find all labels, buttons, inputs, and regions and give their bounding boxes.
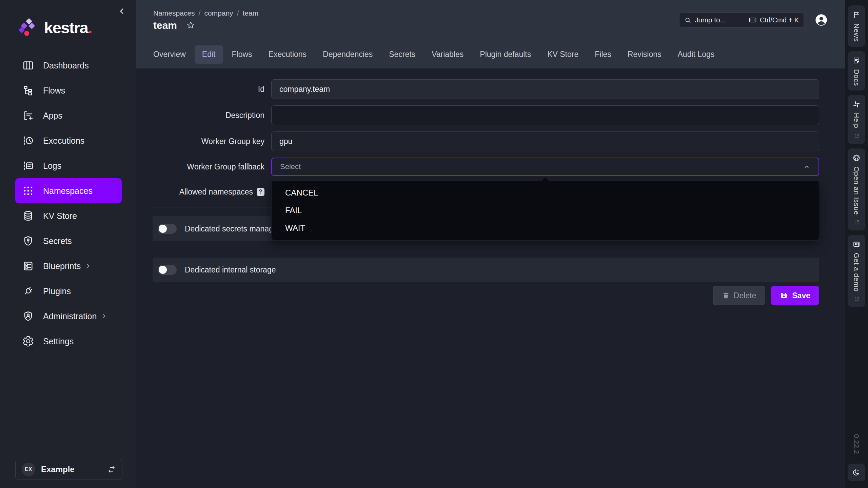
main-area: Namespaces / company / team team Jump to… xyxy=(136,0,845,488)
sidebar-item-apps[interactable]: Apps xyxy=(15,103,122,128)
tab-secrets[interactable]: Secrets xyxy=(381,45,423,64)
tab-revisions[interactable]: Revisions xyxy=(620,45,669,64)
tab-variables[interactable]: Variables xyxy=(424,45,471,64)
open-an-issue-label: Open an Issue xyxy=(852,166,861,215)
sidebar-item-administration[interactable]: Administration xyxy=(15,304,122,329)
help-button[interactable]: Help xyxy=(848,95,865,144)
sidebar-item-label: Executions xyxy=(43,136,84,146)
sidebar-nav: Dashboards Flows Apps Executions Logs Na… xyxy=(15,53,122,354)
tab-kv-store[interactable]: KV Store xyxy=(540,45,586,64)
sidebar-item-label: Blueprints xyxy=(43,261,81,271)
id-label: Id xyxy=(258,85,264,94)
sidebar-item-secrets[interactable]: Secrets xyxy=(15,228,122,253)
left-sidebar: kestra. Dashboards Flows Apps Executions xyxy=(0,0,136,488)
dedicated-secrets-label: Dedicated secrets manag xyxy=(185,224,273,233)
sidebar-item-flows[interactable]: Flows xyxy=(15,78,122,103)
delete-button[interactable]: Delete xyxy=(713,286,765,305)
flag-icon xyxy=(852,11,861,19)
breadcrumb-separator: / xyxy=(237,9,239,17)
external-link-icon xyxy=(853,219,860,226)
github-icon xyxy=(852,154,861,162)
app-window: kestra. Dashboards Flows Apps Executions xyxy=(0,0,868,488)
right-rail: News Docs Help Open an Issue Get a demo … xyxy=(845,0,868,488)
dedicated-internal-storage-toggle[interactable] xyxy=(158,265,177,275)
sidebar-item-logs[interactable]: Logs xyxy=(15,153,122,178)
plugins-icon xyxy=(22,285,34,297)
dedicated-secrets-toggle[interactable] xyxy=(158,224,177,234)
dedicated-internal-storage-row: Dedicated internal storage xyxy=(153,258,819,282)
open-an-issue-button[interactable]: Open an Issue xyxy=(848,148,865,230)
help-icon[interactable]: ? xyxy=(257,188,264,196)
executions-icon xyxy=(22,135,34,146)
sidebar-item-label: Secrets xyxy=(43,236,72,246)
sidebar-item-label: Plugins xyxy=(43,286,71,296)
sidebar-item-plugins[interactable]: Plugins xyxy=(15,279,122,304)
breadcrumb: Namespaces / company / team xyxy=(153,9,258,17)
app-version: 0.22.2 xyxy=(852,434,861,454)
tab-edit[interactable]: Edit xyxy=(195,45,223,64)
get-a-demo-label: Get a demo xyxy=(852,253,861,292)
edit-form: Id Description Worker Group key Worker G… xyxy=(136,68,845,488)
section-divider xyxy=(153,249,819,249)
theme-toggle-button[interactable] xyxy=(848,464,865,481)
save-button[interactable]: Save xyxy=(771,286,819,305)
tab-overview[interactable]: Overview xyxy=(146,45,193,64)
form-actions: Delete Save xyxy=(153,286,819,305)
favorite-star-icon[interactable] xyxy=(186,21,195,30)
brand-name: kestra xyxy=(44,19,88,37)
sidebar-item-label: Logs xyxy=(43,161,61,171)
option-wait[interactable]: WAIT xyxy=(272,219,819,237)
breadcrumb-team[interactable]: team xyxy=(242,9,258,17)
demo-video-icon xyxy=(852,240,861,248)
breadcrumb-namespaces[interactable]: Namespaces xyxy=(153,9,195,17)
tab-executions[interactable]: Executions xyxy=(261,45,314,64)
sidebar-item-label: Apps xyxy=(43,111,62,121)
description-input[interactable] xyxy=(271,105,819,125)
tenant-name: Example xyxy=(41,465,75,474)
worker-group-fallback-select[interactable]: Select xyxy=(271,158,819,176)
moon-icon xyxy=(852,468,861,477)
select-placeholder: Select xyxy=(280,162,301,171)
sidebar-item-dashboards[interactable]: Dashboards xyxy=(15,53,122,78)
kestra-logo[interactable]: kestra. xyxy=(0,0,136,37)
global-search[interactable]: Jump to... Ctrl/Cmd + K xyxy=(679,13,804,27)
sidebar-item-namespaces[interactable]: Namespaces xyxy=(15,178,122,203)
docs-icon xyxy=(852,57,861,65)
id-input[interactable] xyxy=(271,79,819,99)
sidebar-item-executions[interactable]: Executions xyxy=(15,128,122,153)
chevron-right-icon xyxy=(85,263,92,269)
option-cancel[interactable]: CANCEL xyxy=(272,184,819,202)
trash-icon xyxy=(722,292,730,299)
help-label: Help xyxy=(852,113,861,128)
sidebar-collapse-icon[interactable] xyxy=(118,7,126,16)
namespaces-icon xyxy=(22,185,34,197)
brand-dot: . xyxy=(88,19,92,37)
tab-audit-logs[interactable]: Audit Logs xyxy=(670,45,722,64)
tab-plugin-defaults[interactable]: Plugin defaults xyxy=(472,45,538,64)
sidebar-item-label: Administration xyxy=(43,311,97,321)
sidebar-item-kv-store[interactable]: KV Store xyxy=(15,203,122,228)
tab-flows[interactable]: Flows xyxy=(224,45,260,64)
tab-dependencies[interactable]: Dependencies xyxy=(315,45,380,64)
kestra-logo-mark xyxy=(19,18,39,37)
docs-label: Docs xyxy=(852,69,861,86)
switch-tenant-icon[interactable] xyxy=(107,465,116,474)
account-circle-icon xyxy=(814,13,828,27)
sidebar-item-blueprints[interactable]: Blueprints xyxy=(15,253,122,279)
worker-group-key-input[interactable] xyxy=(271,131,819,151)
user-avatar[interactable] xyxy=(814,13,828,27)
dropdown-caret xyxy=(542,177,549,184)
tab-files[interactable]: Files xyxy=(587,45,619,64)
sidebar-item-settings[interactable]: Settings xyxy=(15,329,122,354)
option-fail[interactable]: FAIL xyxy=(272,202,819,219)
get-a-demo-button[interactable]: Get a demo xyxy=(848,235,865,307)
chevron-up-icon xyxy=(803,163,810,170)
docs-button[interactable]: Docs xyxy=(848,51,865,91)
sidebar-item-label: Dashboards xyxy=(43,61,89,70)
news-button[interactable]: News xyxy=(848,5,865,47)
allowed-namespaces-label: Allowed namespaces ? xyxy=(179,187,264,197)
breadcrumb-company[interactable]: company xyxy=(204,9,233,17)
search-placeholder: Jump to... xyxy=(695,16,726,24)
sidebar-item-label: KV Store xyxy=(43,211,77,221)
tenant-switcher[interactable]: EX Example xyxy=(15,459,122,480)
